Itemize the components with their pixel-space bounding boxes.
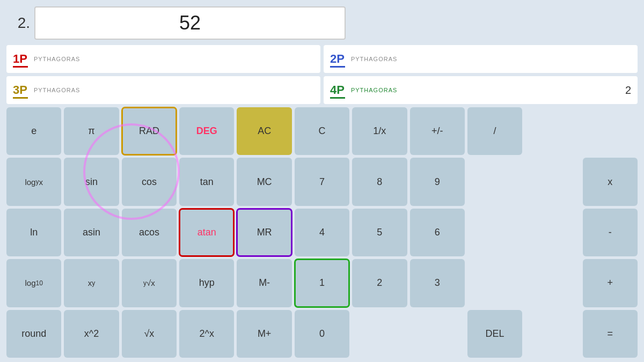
calculator: 2. 52 1P PYTHAGORAS 2P PYTHAGORAS 3P PYT… — [0, 0, 644, 362]
pyth-sublabel-1p: PYTHAGORAS — [34, 56, 80, 62]
btn-add[interactable]: + — [583, 259, 638, 307]
btn-equals[interactable]: = — [583, 310, 638, 358]
btn-del[interactable]: DEL — [467, 310, 522, 358]
btn-2[interactable]: 2 — [352, 259, 407, 307]
btn-hyp[interactable]: hyp — [179, 259, 234, 307]
btn-5[interactable]: 5 — [352, 209, 407, 256]
empty-7 — [467, 259, 522, 307]
btn-yvx[interactable]: y√x — [122, 259, 177, 307]
pyth-sublabel-3p: PYTHAGORAS — [34, 87, 80, 93]
empty-3 — [467, 158, 522, 205]
btn-pi[interactable]: π — [64, 107, 119, 155]
pyth-underline-4p — [330, 97, 345, 99]
btn-xy[interactable]: xy — [64, 259, 119, 307]
empty-10 — [410, 310, 465, 358]
btn-7[interactable]: 7 — [295, 158, 349, 205]
empty-8 — [525, 259, 580, 307]
btn-2x[interactable]: 2^x — [179, 310, 234, 358]
btn-divide[interactable]: / — [467, 107, 522, 155]
btn-subtract[interactable]: - — [583, 209, 638, 256]
pyth-cell-3p[interactable]: 3P PYTHAGORAS — [6, 76, 320, 104]
empty-5 — [467, 209, 522, 256]
display-row: 2. 52 — [4, 4, 640, 42]
pyth-label-1p: 1P — [13, 52, 27, 66]
empty-4 — [525, 158, 580, 205]
btn-mr[interactable]: MR — [237, 209, 291, 256]
pyth-sublabel-2p: PYTHAGORAS — [351, 56, 397, 62]
btn-c[interactable]: C — [295, 107, 349, 155]
empty-11 — [525, 310, 580, 358]
btn-deg[interactable]: DEG — [179, 107, 234, 155]
btn-ac[interactable]: AC — [237, 107, 291, 155]
btn-acos[interactable]: acos — [122, 209, 177, 256]
btn-logyx[interactable]: logyx — [6, 158, 61, 205]
btn-8[interactable]: 8 — [352, 158, 407, 205]
pyth-label-4p: 4P — [330, 83, 345, 97]
btn-log10[interactable]: log10 — [6, 259, 61, 307]
display-box: 52 — [34, 6, 346, 40]
btn-round[interactable]: round — [6, 310, 61, 358]
btn-reciprocal[interactable]: 1/x — [352, 107, 407, 155]
btn-xsq[interactable]: x^2 — [64, 310, 119, 358]
btn-rad[interactable]: RAD — [122, 107, 177, 155]
empty-6 — [525, 209, 580, 256]
empty-9 — [352, 310, 407, 358]
btn-9[interactable]: 9 — [410, 158, 465, 205]
empty-2 — [583, 107, 638, 155]
btn-atan[interactable]: atan — [179, 209, 234, 256]
pythagoras-container: 1P PYTHAGORAS 2P PYTHAGORAS 3P PYTHAGORA… — [4, 45, 640, 104]
btn-multiply[interactable]: x — [583, 158, 638, 205]
btn-cos[interactable]: cos — [122, 158, 177, 205]
empty-1 — [525, 107, 580, 155]
btn-e[interactable]: e — [6, 107, 61, 155]
pyth-underline-1p — [13, 66, 28, 68]
pyth-underline-2p — [330, 66, 345, 68]
pyth-cell-1p[interactable]: 1P PYTHAGORAS — [6, 45, 320, 73]
btn-sin[interactable]: sin — [64, 158, 119, 205]
btn-6[interactable]: 6 — [410, 209, 465, 256]
btn-3[interactable]: 3 — [410, 259, 465, 307]
btn-tan[interactable]: tan — [179, 158, 234, 205]
pyth-cell-4p[interactable]: 4P PYTHAGORAS 2 — [324, 76, 638, 104]
btn-mc[interactable]: MC — [237, 158, 291, 205]
pyth-sublabel-4p: PYTHAGORAS — [351, 87, 397, 93]
display-label: 2. — [9, 14, 30, 32]
btn-asin[interactable]: asin — [64, 209, 119, 256]
btn-mplus[interactable]: M+ — [237, 310, 291, 358]
btn-sqrt[interactable]: √x — [122, 310, 177, 358]
pyth-label-3p: 3P — [13, 83, 27, 97]
btn-mminus[interactable]: M- — [237, 259, 291, 307]
pyth-value-4p: 2 — [625, 84, 631, 97]
btn-0[interactable]: 0 — [295, 310, 349, 358]
button-grid: e π RAD DEG AC C 1/x +/- / logyx sin cos… — [4, 107, 640, 358]
pyth-cell-2p[interactable]: 2P PYTHAGORAS — [324, 45, 638, 73]
btn-ln[interactable]: ln — [6, 209, 61, 256]
pyth-underline-3p — [13, 97, 28, 99]
pyth-label-2p: 2P — [330, 52, 345, 66]
btn-plusminus[interactable]: +/- — [410, 107, 465, 155]
btn-1[interactable]: 1 — [295, 259, 349, 307]
btn-4[interactable]: 4 — [295, 209, 349, 256]
